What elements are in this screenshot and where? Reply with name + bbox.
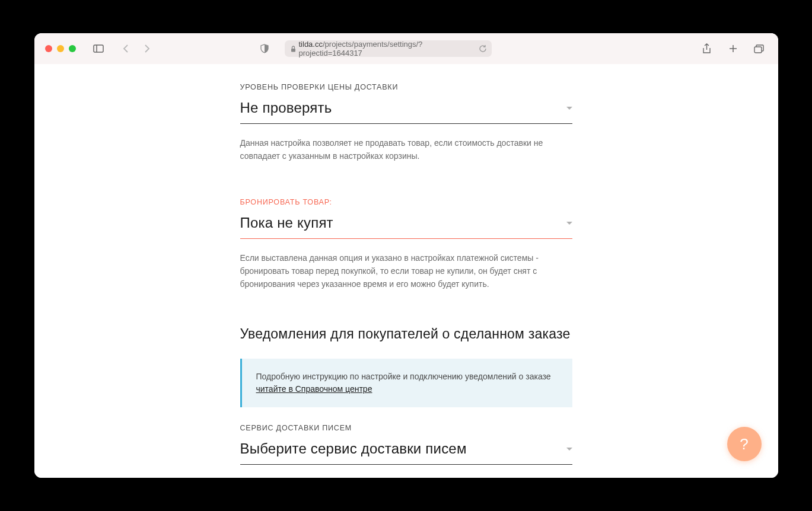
back-button[interactable] xyxy=(117,40,134,57)
info-callout: Подробную инструкцию по настройке и подк… xyxy=(240,359,572,407)
privacy-shield-icon[interactable] xyxy=(256,40,273,57)
mail-service-select[interactable]: Выберите сервис доставки писем xyxy=(240,440,572,465)
select-value: Не проверять xyxy=(240,100,332,116)
reserve-product-field: БРОНИРОВАТЬ ТОВАР: Пока не купят Если вы… xyxy=(240,198,572,290)
maximize-window-button[interactable] xyxy=(69,45,76,52)
help-center-link[interactable]: читайте в Справочном центре xyxy=(256,384,372,394)
close-window-button[interactable] xyxy=(45,45,52,52)
svg-rect-2 xyxy=(291,49,295,52)
reload-button[interactable] xyxy=(479,44,487,53)
new-tab-button[interactable] xyxy=(725,40,741,57)
forward-button[interactable] xyxy=(139,40,155,57)
toolbar-right-icons xyxy=(699,40,768,57)
minimize-window-button[interactable] xyxy=(57,45,64,52)
field-label: УРОВЕНЬ ПРОВЕРКИ ЦЕНЫ ДОСТАВКИ xyxy=(240,83,572,91)
reserve-product-select[interactable]: Пока не купят xyxy=(240,215,572,239)
help-button[interactable]: ? xyxy=(727,427,762,461)
svg-rect-0 xyxy=(94,45,103,52)
info-text: Подробную инструкцию по настройке и подк… xyxy=(256,371,558,395)
page-content: УРОВЕНЬ ПРОВЕРКИ ЦЕНЫ ДОСТАВКИ Не провер… xyxy=(34,64,778,478)
settings-form: УРОВЕНЬ ПРОВЕРКИ ЦЕНЫ ДОСТАВКИ Не провер… xyxy=(240,64,572,465)
field-label: СЕРВИС ДОСТАВКИ ПИСЕМ xyxy=(240,424,572,432)
svg-rect-5 xyxy=(754,47,762,53)
notifications-heading: Уведомления для покупателей о сделанном … xyxy=(240,326,572,342)
field-description: Данная настройка позволяет не продавать … xyxy=(240,137,572,162)
field-label: БРОНИРОВАТЬ ТОВАР: xyxy=(240,198,572,206)
share-button[interactable] xyxy=(699,40,715,57)
address-bar[interactable]: tilda.cc/projects/payments/settings/?pro… xyxy=(285,40,492,57)
sidebar-toggle-button[interactable] xyxy=(90,40,107,57)
browser-window: tilda.cc/projects/payments/settings/?pro… xyxy=(34,33,778,478)
mail-service-field: СЕРВИС ДОСТАВКИ ПИСЕМ Выберите сервис до… xyxy=(240,424,572,465)
chevron-down-icon xyxy=(566,448,572,451)
lock-icon xyxy=(291,46,296,52)
delivery-check-field: УРОВЕНЬ ПРОВЕРКИ ЦЕНЫ ДОСТАВКИ Не провер… xyxy=(240,83,572,162)
select-value: Выберите сервис доставки писем xyxy=(240,440,467,457)
navigation-arrows xyxy=(117,40,155,57)
browser-toolbar: tilda.cc/projects/payments/settings/?pro… xyxy=(34,33,778,64)
delivery-check-select[interactable]: Не проверять xyxy=(240,100,572,124)
chevron-down-icon xyxy=(566,222,572,225)
select-value: Пока не купят xyxy=(240,215,333,231)
field-description: Если выставлена данная опция и указано в… xyxy=(240,252,572,290)
url-domain: tilda.cc xyxy=(299,40,323,49)
chevron-down-icon xyxy=(566,107,572,110)
window-controls xyxy=(45,45,76,52)
tabs-overview-button[interactable] xyxy=(751,40,768,57)
